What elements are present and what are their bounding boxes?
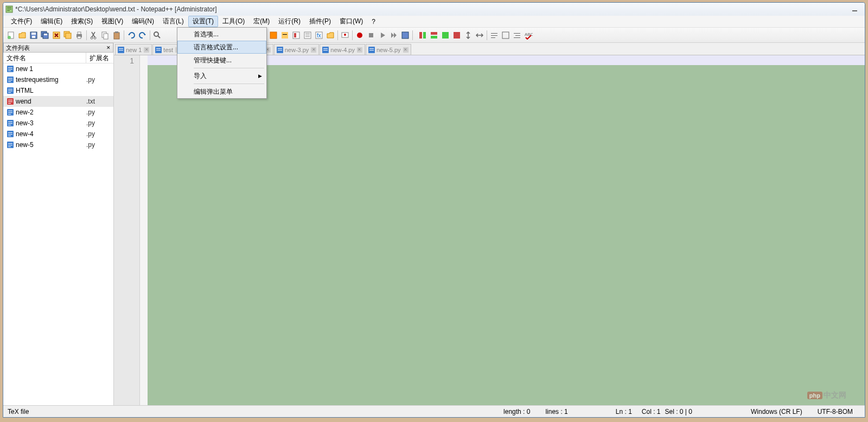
play-multi-button[interactable] <box>388 30 399 41</box>
status-encoding[interactable]: UTF-8-BOM <box>810 408 860 415</box>
monitor-button[interactable] <box>340 30 350 41</box>
menu-import[interactable]: 导入 ▶ <box>177 69 266 82</box>
paste-button[interactable] <box>111 30 122 41</box>
file-row[interactable]: HTML <box>3 85 113 96</box>
toolbar-extra4[interactable] <box>451 30 462 41</box>
sync-h-button[interactable] <box>474 30 485 41</box>
file-row[interactable]: new-2 .py <box>3 107 113 118</box>
indent-button[interactable] <box>512 30 522 41</box>
user-lang-button[interactable] <box>279 30 290 41</box>
menu-encoding[interactable]: 编码(N) <box>127 16 158 27</box>
svg-rect-53 <box>514 33 520 34</box>
menu-macro[interactable]: 宏(M) <box>249 16 274 27</box>
close-all-button[interactable] <box>62 30 73 41</box>
file-row[interactable]: new-5 .py <box>3 139 113 150</box>
menu-search[interactable]: 搜索(S) <box>67 16 97 27</box>
save-macro-button[interactable] <box>400 30 411 41</box>
menu-plugins[interactable]: 插件(P) <box>305 16 335 27</box>
file-name: new-4 <box>16 130 86 138</box>
titlebar[interactable]: *C:\Users\Administrator\Desktop\wend.txt… <box>3 3 865 16</box>
record-button[interactable] <box>354 30 365 41</box>
doc-map-button[interactable] <box>291 30 302 41</box>
file-row[interactable]: new-3 .py <box>3 118 113 129</box>
print-button[interactable] <box>74 30 85 41</box>
tab-label: new 1 <box>126 47 142 53</box>
indent-guide-button[interactable] <box>268 30 279 41</box>
toolbar-extra2[interactable] <box>429 30 439 41</box>
svg-rect-83 <box>8 134 12 135</box>
svg-rect-66 <box>8 89 12 89</box>
tab-label: test <box>163 47 173 53</box>
svg-rect-33 <box>305 33 310 34</box>
menu-edit-popup[interactable]: 编辑弹出菜单 <box>177 85 266 98</box>
editor-tab[interactable]: new-4.py ✕ <box>320 44 365 55</box>
file-list-title-text: 文件列表 <box>6 44 30 52</box>
tab-close-button[interactable]: ✕ <box>311 47 316 53</box>
copy-button[interactable] <box>100 30 111 41</box>
svg-rect-28 <box>282 32 288 39</box>
open-file-button[interactable] <box>17 30 28 41</box>
menu-run[interactable]: 运行(R) <box>274 16 305 27</box>
svg-rect-45 <box>431 32 437 35</box>
tab-close-button[interactable]: ✕ <box>144 47 149 53</box>
svg-rect-87 <box>8 145 12 145</box>
stop-record-button[interactable] <box>366 30 376 41</box>
status-eol[interactable]: Windows (CR LF) <box>743 408 810 415</box>
editor-tab[interactable]: new-5.py ✕ <box>366 44 411 55</box>
toolbar-extra3[interactable] <box>440 30 451 41</box>
file-row[interactable]: wend .txt <box>3 96 113 107</box>
menu-style-configurator[interactable]: 语言格式设置... <box>177 41 266 54</box>
redo-button[interactable] <box>137 30 148 41</box>
svg-rect-94 <box>156 50 161 50</box>
cut-button[interactable] <box>88 30 99 41</box>
col-extension[interactable]: 扩展名 <box>86 53 113 63</box>
all-chars-button[interactable] <box>500 30 511 41</box>
minimize-button[interactable] <box>847 4 863 14</box>
menu-edit[interactable]: 编辑(E) <box>36 16 67 27</box>
save-button[interactable] <box>28 30 39 41</box>
menu-help[interactable]: ? <box>367 17 380 27</box>
svg-rect-2 <box>7 9 11 9</box>
file-row[interactable]: new 1 <box>3 63 113 74</box>
app-icon <box>5 5 13 13</box>
editor-tab[interactable]: new 1 ✕ <box>115 44 152 55</box>
menu-tools[interactable]: 工具(O) <box>218 16 249 27</box>
file-row[interactable]: new-4 .py <box>3 129 113 139</box>
tab-close-button[interactable]: ✕ <box>403 47 409 53</box>
toolbar-extra1[interactable] <box>417 30 428 41</box>
menu-settings[interactable]: 设置(T) <box>188 16 218 27</box>
find-button[interactable] <box>152 30 163 41</box>
fold-margin[interactable] <box>140 55 148 405</box>
play-button[interactable] <box>377 30 388 41</box>
menu-file[interactable]: 文件(F) <box>7 16 36 27</box>
file-list-close-button[interactable]: ✕ <box>106 45 111 50</box>
svg-rect-105 <box>323 48 328 49</box>
menu-language[interactable]: 语言(L) <box>158 16 188 27</box>
col-filename[interactable]: 文件名 <box>3 53 86 63</box>
new-file-button[interactable] <box>5 30 16 41</box>
file-row[interactable]: testrequestimg .py <box>3 74 113 85</box>
editor-tab[interactable]: new-3.py ✕ <box>274 44 320 55</box>
svg-rect-86 <box>8 143 12 144</box>
menu-window[interactable]: 窗口(W) <box>335 16 367 27</box>
menu-shortcut-mapper[interactable]: 管理快捷键... <box>177 54 266 67</box>
svg-rect-93 <box>156 48 161 49</box>
spell-check-button[interactable]: ABC <box>523 30 534 41</box>
wrap-button[interactable] <box>489 30 500 41</box>
svg-rect-29 <box>283 34 287 35</box>
func-list-button[interactable]: fx <box>314 30 324 41</box>
file-name: testrequestimg <box>16 76 86 84</box>
sync-v-button[interactable] <box>463 30 474 41</box>
folder-workspace-button[interactable] <box>325 30 336 41</box>
menu-view[interactable]: 视图(V) <box>97 16 127 27</box>
doc-list-button[interactable] <box>302 30 313 41</box>
file-list-panel: 文件列表 ✕ 文件名 扩展名 new 1 testrequestimg .py … <box>3 43 114 405</box>
text-editor[interactable] <box>148 55 865 405</box>
undo-button[interactable] <box>126 30 137 41</box>
save-all-button[interactable] <box>40 30 50 41</box>
tab-close-button[interactable]: ✕ <box>357 47 362 53</box>
svg-rect-12 <box>44 34 47 35</box>
menu-preferences[interactable]: 首选项... <box>177 28 266 41</box>
svg-rect-70 <box>8 100 12 100</box>
close-button[interactable] <box>51 30 62 41</box>
